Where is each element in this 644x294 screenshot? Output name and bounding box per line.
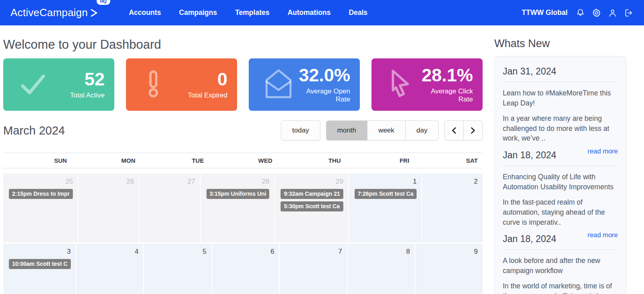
stat-card-average-click-rate: 28.1%Average Click Rate xyxy=(372,58,483,111)
news-divider xyxy=(503,82,618,82)
news-item-body: In the fast-paced realm of automation, s… xyxy=(503,197,618,228)
topbar-right: TTWW Global xyxy=(522,8,634,18)
calendar-day-cell: 310:00am Scott test C xyxy=(3,244,76,294)
top-navbar: ActiveCampaign HQ AccountsCampaignsTempl… xyxy=(0,0,644,25)
day-events xyxy=(78,188,139,189)
whats-new-title: Whats New xyxy=(494,37,626,50)
day-events xyxy=(144,258,211,259)
cursor-icon xyxy=(383,66,417,104)
view-switcher: monthweekday xyxy=(326,120,439,141)
today-button[interactable]: today xyxy=(281,120,320,141)
day-number: 8 xyxy=(348,246,415,258)
chevron-left-icon xyxy=(451,127,457,134)
view-button-month[interactable]: month xyxy=(326,121,367,140)
calendar-event[interactable]: 2:15pm Dress to Impr xyxy=(9,189,73,199)
day-number: 2 xyxy=(422,176,483,188)
day-number: 3 xyxy=(3,246,76,258)
logout-icon[interactable] xyxy=(624,8,634,18)
nav-item-automations[interactable]: Automations xyxy=(287,8,330,17)
calendar-event[interactable]: 7:26pm Scott test Ca xyxy=(355,189,417,199)
day-header-tue: TUE xyxy=(140,157,208,164)
news-divider xyxy=(503,166,618,166)
nav-item-campaigns[interactable]: Campaigns xyxy=(179,8,217,17)
gear-icon[interactable] xyxy=(592,8,601,18)
news-item-body: In a year where many are being challenge… xyxy=(503,114,618,144)
calendar-event[interactable]: 10:00am Scott test C xyxy=(9,259,71,269)
dashboard-main: Welcome to your Dashboard 52Total Active… xyxy=(3,25,483,294)
calendar-day-cell: 17:26pm Scott test Ca xyxy=(349,174,421,242)
stat-value: 0 xyxy=(188,70,227,89)
day-events xyxy=(76,258,144,259)
news-item: Jan 31, 2024Learn how to #MakeMoreTime t… xyxy=(503,66,618,155)
nav-item-templates[interactable]: Templates xyxy=(235,8,269,17)
calendar-day-cell: 5 xyxy=(144,244,211,294)
calendar-title: March 2024 xyxy=(3,124,65,137)
stat-label: Total Active xyxy=(70,91,105,99)
page-title: Welcome to your Dashboard xyxy=(3,37,483,52)
check-icon xyxy=(14,66,52,103)
day-number: 1 xyxy=(349,176,421,188)
day-events: 9:32am Campaign 215:30pm Scott test Ca xyxy=(275,188,348,211)
day-events: 3:15pm Uniforms Uni xyxy=(201,188,275,199)
day-number: 26 xyxy=(78,176,139,188)
nav-item-deals[interactable]: Deals xyxy=(349,8,367,17)
next-button[interactable] xyxy=(463,121,482,140)
day-events xyxy=(212,258,279,259)
user-icon[interactable] xyxy=(608,8,617,18)
news-item-title: Learn how to #MakeMoreTime this Leap Day… xyxy=(503,88,618,108)
stat-value: 52 xyxy=(70,70,105,89)
calendar-event[interactable]: 3:15pm Uniforms Uni xyxy=(206,189,270,199)
day-header-sat: SAT xyxy=(414,157,483,164)
view-button-day[interactable]: day xyxy=(405,121,438,140)
calendar-day-headers: SUNMONTUEWEDTHUFRISAT xyxy=(3,153,483,168)
calendar-day-cell: 283:15pm Uniforms Uni xyxy=(201,174,275,242)
calendar-day-cell: 26 xyxy=(78,174,139,242)
stat-card-total-expired: 0Total Expired xyxy=(126,58,237,111)
day-header-mon: MON xyxy=(72,157,140,164)
day-number: 29 xyxy=(275,176,348,188)
calendar-event[interactable]: 9:32am Campaign 21 xyxy=(281,189,343,199)
account-name[interactable]: TTWW Global xyxy=(522,8,568,17)
stat-label: Average Open Rate xyxy=(297,87,350,104)
nav-item-accounts[interactable]: Accounts xyxy=(129,8,161,17)
day-number: 25 xyxy=(3,176,78,188)
chevron-right-icon xyxy=(470,127,476,134)
news-item-body: In the world of marketing, time is of th… xyxy=(503,281,618,294)
day-events: 7:26pm Scott test Ca xyxy=(349,188,421,199)
day-number: 27 xyxy=(140,176,200,188)
calendar-week-row: 252:15pm Dress to Impr2627283:15pm Unifo… xyxy=(3,174,483,242)
brand-chevron-icon xyxy=(90,8,98,17)
day-events: 10:00am Scott test C xyxy=(3,258,76,269)
stat-card-average-open-rate: 32.0%Average Open Rate xyxy=(249,58,360,111)
prev-button[interactable] xyxy=(445,121,463,140)
day-events xyxy=(280,258,347,259)
day-events: 2:15pm Dress to Impr xyxy=(3,188,78,199)
view-button-week[interactable]: week xyxy=(367,121,405,140)
news-item: Jan 18, 2024Enhancing Quality of Life wi… xyxy=(503,150,618,239)
day-events xyxy=(140,188,200,189)
calendar-week-row: 310:00am Scott test C456789 xyxy=(3,244,483,294)
activecampaign-logo[interactable]: ActiveCampaign HQ xyxy=(10,6,98,19)
news-item-title: A look before and after the new campaign… xyxy=(503,256,618,276)
whats-new-sidebar: Whats New Jan 31, 2024Learn how to #Make… xyxy=(494,25,626,294)
news-item: Jan 18, 2024A look before and after the … xyxy=(503,234,618,294)
bell-icon[interactable] xyxy=(576,8,585,18)
news-divider xyxy=(503,249,618,250)
calendar-event[interactable]: 5:30pm Scott test Ca xyxy=(281,201,343,211)
calendar-day-cell: 299:32am Campaign 215:30pm Scott test Ca xyxy=(275,174,348,242)
page-body: Welcome to your Dashboard 52Total Active… xyxy=(0,25,644,294)
stat-label: Total Expired xyxy=(188,91,227,99)
day-number: 6 xyxy=(212,246,279,258)
day-number: 4 xyxy=(76,246,144,258)
day-header-sun: SUN xyxy=(3,157,72,164)
day-number: 5 xyxy=(144,246,211,258)
calendar-day-cell: 27 xyxy=(140,174,200,242)
main-nav: AccountsCampaignsTemplatesAutomationsDea… xyxy=(129,8,367,17)
calendar-nav-buttons xyxy=(444,120,483,141)
calendar-header: March 2024 today monthweekday xyxy=(3,120,483,141)
calendar-day-cell: 9 xyxy=(415,244,483,294)
calendar-day-cell: 8 xyxy=(348,244,415,294)
news-card: Jan 31, 2024Learn how to #MakeMoreTime t… xyxy=(494,56,626,294)
open-envelope-icon xyxy=(260,66,297,104)
hq-badge: HQ xyxy=(97,0,111,5)
